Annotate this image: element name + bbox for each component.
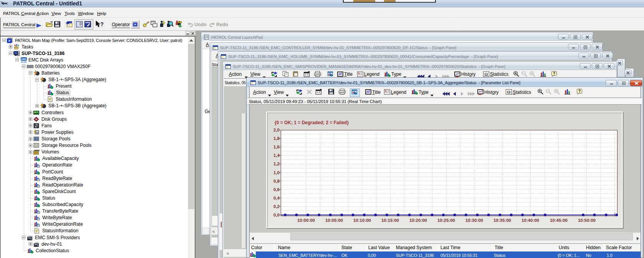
svg-text:sms: sms: [35, 241, 39, 244]
svg-text:Ω: Ω: [507, 90, 511, 94]
svg-text:?: ?: [100, 21, 103, 27]
svg-text:array: array: [21, 60, 27, 63]
svg-text:?: ?: [578, 89, 581, 93]
svg-text:?: ?: [553, 72, 555, 76]
svg-text:sms: sms: [28, 235, 32, 237]
svg-text:Ω: Ω: [485, 72, 488, 77]
